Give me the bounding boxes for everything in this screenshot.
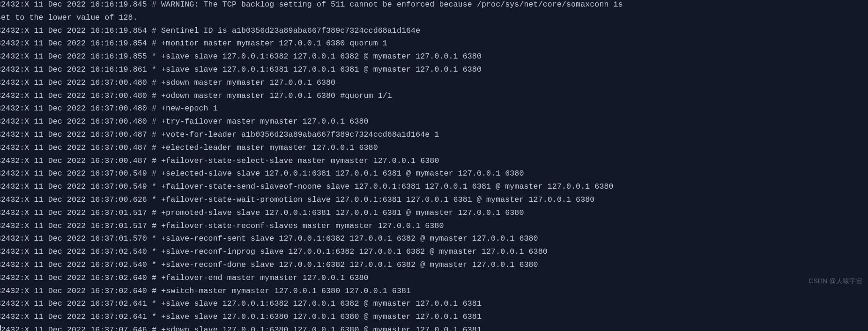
log-line: 32432:X 11 Dec 2022 16:37:00.549 * +fail… xyxy=(0,180,864,193)
log-line: 32432:X 11 Dec 2022 16:37:02.640 # +fail… xyxy=(0,272,864,285)
log-line: 32432:X 11 Dec 2022 16:37:01.517 # +prom… xyxy=(0,206,864,220)
log-line: 32432:X 11 Dec 2022 16:37:00.549 # +sele… xyxy=(0,167,864,180)
log-line: 32432:X 11 Dec 2022 16:16:19.854 # Senti… xyxy=(0,24,864,37)
log-line: 32432:X 11 Dec 2022 16:37:00.480 # +sdow… xyxy=(0,76,864,89)
log-line: 32432:X 11 Dec 2022 16:37:02.641 * +slav… xyxy=(0,297,864,310)
log-line: 32432:X 11 Dec 2022 16:37:01.517 # +fail… xyxy=(0,220,864,233)
watermark-text: CSDN @人猿宇宙 xyxy=(809,275,862,288)
log-line: 32432:X 11 Dec 2022 16:37:00.480 # +try-… xyxy=(0,115,864,128)
log-line: 32432:X 11 Dec 2022 16:16:19.845 # WARNI… xyxy=(0,0,864,11)
log-line: 32432:X 11 Dec 2022 16:16:19.854 # +moni… xyxy=(0,37,864,50)
log-line: 32432:X 11 Dec 2022 16:37:02.640 # +swit… xyxy=(0,285,864,298)
terminal-output[interactable]: 32432:X 11 Dec 2022 16:16:19.845 # WARNI… xyxy=(0,0,864,331)
log-line: 32432:X 11 Dec 2022 16:37:00.487 # +fail… xyxy=(0,154,864,168)
log-line: 32432:X 11 Dec 2022 16:37:07.646 # +sdow… xyxy=(0,324,864,331)
log-line: 32432:X 11 Dec 2022 16:16:19.855 * +slav… xyxy=(0,50,864,63)
log-line: 32432:X 11 Dec 2022 16:37:00.487 # +vote… xyxy=(0,128,864,141)
log-line: 32432:X 11 Dec 2022 16:37:00.487 # +elec… xyxy=(0,141,864,154)
log-line: 32432:X 11 Dec 2022 16:37:00.480 # +new-… xyxy=(0,102,864,115)
log-line: 32432:X 11 Dec 2022 16:37:02.540 * +slav… xyxy=(0,258,864,272)
log-line: 32432:X 11 Dec 2022 16:37:02.641 * +slav… xyxy=(0,310,864,324)
log-line: 32432:X 11 Dec 2022 16:16:19.861 * +slav… xyxy=(0,63,864,76)
log-line: 32432:X 11 Dec 2022 16:37:00.626 * +fail… xyxy=(0,193,864,206)
log-line: set to the lower value of 128. xyxy=(0,11,864,24)
log-line: 32432:X 11 Dec 2022 16:37:00.480 # +odow… xyxy=(0,89,864,103)
log-line: 32432:X 11 Dec 2022 16:37:01.570 * +slav… xyxy=(0,232,864,245)
log-line: 32432:X 11 Dec 2022 16:37:02.540 * +slav… xyxy=(0,245,864,258)
